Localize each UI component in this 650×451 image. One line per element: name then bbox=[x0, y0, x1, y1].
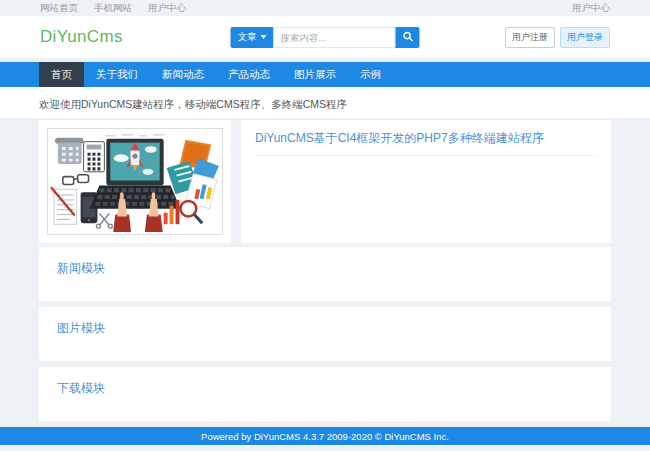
topbar-link-user-center[interactable]: 用户中心 bbox=[148, 2, 186, 15]
calculator bbox=[84, 142, 105, 172]
chevron-down-icon bbox=[261, 35, 267, 39]
hero-text-card: DiYunCMS基于CI4框架开发的PHP7多种终端建站程序 bbox=[241, 120, 611, 243]
main-nav: 首页 关于我们 新闻动态 产品动态 图片展示 示例 bbox=[0, 62, 650, 87]
site-logo[interactable]: DiYunCms bbox=[40, 27, 123, 47]
search-icon bbox=[402, 30, 413, 45]
nav-item-gallery[interactable]: 图片展示 bbox=[282, 62, 348, 87]
footer-copyright: Powered by DiYunCMS 4.3.7 2009-2020 © Di… bbox=[201, 431, 449, 442]
notepad bbox=[51, 187, 77, 224]
nav-item-news[interactable]: 新闻动态 bbox=[150, 62, 216, 87]
topbar-user-center-right[interactable]: 用户中心 bbox=[572, 2, 610, 15]
scissors bbox=[96, 214, 112, 229]
nav-item-about[interactable]: 关于我们 bbox=[84, 62, 150, 87]
search-bar: 文章 bbox=[231, 27, 420, 48]
header-auth-buttons: 用户注册 用户登录 bbox=[505, 27, 610, 48]
topbar-link-home[interactable]: 网站首页 bbox=[40, 2, 78, 15]
glasses bbox=[63, 175, 89, 185]
telephone bbox=[55, 138, 84, 164]
hero-image-card bbox=[39, 120, 231, 243]
module-images: 图片模块 bbox=[39, 307, 611, 361]
nav-item-products[interactable]: 产品动态 bbox=[216, 62, 282, 87]
module-news-title[interactable]: 新闻模块 bbox=[57, 260, 105, 277]
register-button[interactable]: 用户注册 bbox=[505, 27, 555, 48]
footer: Powered by DiYunCMS 4.3.7 2009-2020 © Di… bbox=[0, 427, 650, 445]
office-desk-illustration[interactable] bbox=[47, 128, 223, 235]
search-button[interactable] bbox=[396, 27, 420, 48]
welcome-text: 欢迎使用DiYunCMS建站程序，移动端CMS程序、多终端CMS程序 bbox=[39, 98, 347, 110]
welcome-band: 欢迎使用DiYunCMS建站程序，移动端CMS程序、多终端CMS程序 bbox=[0, 87, 650, 118]
module-downloads-title[interactable]: 下载模块 bbox=[57, 380, 105, 397]
module-downloads: 下载模块 bbox=[39, 367, 611, 421]
topbar-link-mobile[interactable]: 手机网站 bbox=[94, 2, 132, 15]
module-news: 新闻模块 bbox=[39, 247, 611, 301]
nav-item-demo[interactable]: 示例 bbox=[348, 62, 393, 87]
hero-section: DiYunCMS基于CI4框架开发的PHP7多种终端建站程序 bbox=[39, 120, 611, 243]
search-category-dropdown[interactable]: 文章 bbox=[231, 27, 274, 48]
topbar-links: 网站首页 手机网站 用户中心 bbox=[40, 2, 186, 15]
topbar: 网站首页 手机网站 用户中心 用户中心 bbox=[0, 0, 650, 16]
hero-article-title[interactable]: DiYunCMS基于CI4框架开发的PHP7多种终端建站程序 bbox=[255, 130, 597, 156]
search-category-label: 文章 bbox=[238, 31, 257, 44]
search-input[interactable] bbox=[274, 27, 396, 48]
header: DiYunCms 文章 用户注册 用户登录 bbox=[0, 16, 650, 58]
module-images-title[interactable]: 图片模块 bbox=[57, 320, 105, 337]
login-button[interactable]: 用户登录 bbox=[560, 27, 610, 48]
main-content: DiYunCMS基于CI4框架开发的PHP7多种终端建站程序 新闻模块 图片模块… bbox=[39, 120, 611, 421]
nav-item-home[interactable]: 首页 bbox=[39, 62, 84, 87]
